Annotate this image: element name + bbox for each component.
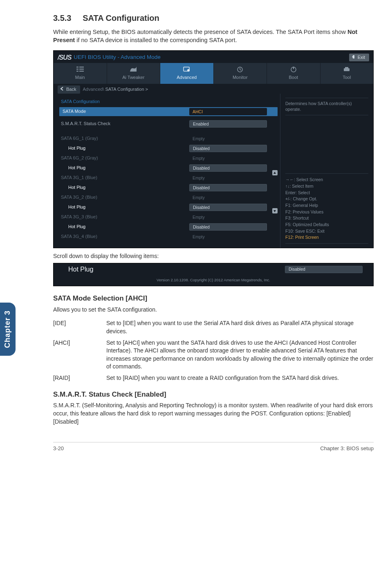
bios-row-value[interactable]: Enabled (189, 120, 267, 128)
bios-row-label: Hot Plug (59, 145, 189, 151)
tab-boot[interactable]: Boot (267, 63, 321, 84)
tab-label: Monitor (233, 74, 248, 81)
bios-row[interactable]: Hot PlugDisabled (59, 144, 272, 153)
tab-advanced[interactable]: Advanced (160, 63, 214, 84)
tab-label: Ai Tweaker (122, 74, 144, 81)
exit-button[interactable]: Exit (349, 54, 369, 61)
svg-point-8 (187, 69, 190, 72)
svg-rect-1 (76, 67, 78, 67)
bios-row: SATA 3G_4 (Blue)Empty (59, 232, 272, 241)
bios-row[interactable]: Hot PlugDisabled (59, 183, 272, 192)
bios-row[interactable]: Hot PlugDisabled (59, 164, 272, 173)
bios-row-value[interactable]: Disabled (189, 145, 267, 152)
hot-plug-row-extra[interactable]: Hot Plug Disabled (59, 265, 368, 274)
bios-row-value: Empty (189, 155, 267, 162)
sata-mode-label: SATA Mode (61, 108, 189, 114)
chapter-side-tab: Chapter 3 (0, 303, 16, 356)
bios-row[interactable]: Hot PlugDisabled (59, 222, 272, 231)
svg-rect-5 (79, 69, 84, 70)
svg-rect-4 (79, 67, 84, 67)
bios-row-value: Empty (189, 214, 267, 220)
tab-ai-tweaker[interactable]: Ai Tweaker (107, 63, 161, 84)
hot-plug-value-extra[interactable]: Disabled (285, 266, 363, 273)
breadcrumb-row: Back Advanced\ SATA Configuration > (54, 84, 373, 93)
bios-brand: /SUS UEFI BIOS Utility - Advanced Mode (58, 53, 161, 62)
help-key-line: F5: Optimized Defaults (285, 222, 368, 228)
tab-monitor[interactable]: Monitor (214, 63, 267, 84)
bios-row-value[interactable]: Disabled (189, 164, 267, 172)
help-key-line: Enter: Select (285, 190, 368, 196)
scrollbar[interactable] (272, 119, 278, 242)
bios-row-value[interactable]: Disabled (189, 184, 267, 191)
section-number: 3.5.3 (53, 13, 71, 22)
help-key-line: F2: Previous Values (285, 209, 368, 215)
svg-rect-6 (79, 71, 84, 72)
bios-row-label: S.M.A.R.T. Status Check (59, 121, 189, 127)
bios-body: SATA Configuration SATA Mode AHCI S.M.A.… (54, 94, 373, 248)
tab-icon (343, 65, 351, 73)
bios-row-label: Hot Plug (59, 204, 189, 210)
sata-mode-heading: SATA Mode Selection [AHCI] (53, 294, 374, 303)
breadcrumb-prefix: Advanced\ (83, 87, 105, 92)
scroll-up-icon[interactable] (272, 170, 278, 175)
bios-tabs: MainAi TweakerAdvancedMonitorBootTool (54, 63, 373, 84)
bios-row-label: SATA 3G_1 (Blue) (59, 175, 189, 181)
bios-row[interactable]: S.M.A.R.T. Status CheckEnabled (59, 119, 272, 128)
option-row: [AHCI]Set to [AHCI] when you want the SA… (53, 337, 374, 373)
bios-version-line: Version 2.10.1208. Copyright (C) 2012 Am… (59, 276, 368, 283)
bios-left-pane: SATA Configuration SATA Mode AHCI S.M.A.… (54, 94, 280, 248)
bios-row-value[interactable]: Disabled (189, 223, 267, 231)
sata-mode-row[interactable]: SATA Mode AHCI (59, 107, 278, 116)
asus-logo: /SUS (58, 53, 71, 62)
footer-chapter: Chapter 3: BIOS setup (320, 445, 374, 452)
section-intro: While entering Setup, the BIOS automatic… (53, 28, 374, 45)
tab-tool[interactable]: Tool (321, 63, 374, 84)
svg-rect-12 (344, 68, 350, 71)
back-button[interactable]: Back (58, 85, 80, 93)
bios-row: SATA 6G_1 (Gray)Empty (59, 134, 272, 143)
bios-row-value[interactable]: Disabled (189, 204, 267, 211)
bios-row: SATA 6G_2 (Gray)Empty (59, 154, 272, 163)
option-key: [RAID] (53, 373, 106, 384)
smart-desc: S.M.A.R.T. (Self-Monitoring, Analysis an… (53, 402, 374, 426)
tab-label: Tool (343, 74, 351, 81)
bios-row-label: SATA 3G_4 (Blue) (59, 233, 189, 240)
section-heading: 3.5.3 SATA Configuration (53, 12, 374, 24)
svg-rect-11 (293, 67, 294, 69)
tab-icon (76, 65, 84, 73)
option-desc: Set to [IDE] when you want to use the Se… (106, 318, 374, 337)
bios-row-label: SATA 6G_1 (Gray) (59, 135, 189, 141)
section-title: SATA Configuration (83, 13, 159, 22)
bios-row: SATA 3G_2 (Blue)Empty (59, 193, 272, 202)
option-row: [IDE]Set to [IDE] when you want to use t… (53, 318, 374, 337)
sata-mode-desc: Allows you to set the SATA configuration… (53, 306, 374, 314)
tab-label: Advanced (177, 74, 197, 81)
bios-row[interactable]: Hot PlugDisabled (59, 203, 272, 212)
back-arrow-icon (60, 86, 64, 92)
bios-row-label: Hot Plug (59, 224, 189, 230)
tab-icon (183, 65, 191, 73)
bios-row: SATA 3G_3 (Blue)Empty (59, 213, 272, 222)
bios-panel: /SUS UEFI BIOS Utility - Advanced Mode E… (53, 50, 374, 249)
bios-panel-continued: Hot Plug Disabled Version 2.10.1208. Cop… (53, 263, 374, 286)
bios-titlebar: /SUS UEFI BIOS Utility - Advanced Mode E… (54, 51, 373, 63)
option-row: [RAID]Set to [RAID] when you want to cre… (53, 373, 374, 384)
bios-row: SATA 3G_1 (Blue)Empty (59, 173, 272, 182)
bios-row-value: Empty (189, 136, 267, 142)
tab-icon (236, 65, 244, 73)
smart-heading: S.M.A.R.T. Status Check [Enabled] (53, 390, 374, 399)
chapter-side-tab-label: Chapter 3 (2, 310, 13, 348)
tab-label: Boot (289, 74, 298, 81)
scroll-down-icon[interactable] (272, 208, 278, 213)
help-pane: Determines how SATA controller(s) operat… (280, 94, 373, 248)
tab-icon (289, 65, 298, 73)
exit-icon (352, 54, 356, 61)
bios-row-label: SATA 6G_2 (Gray) (59, 155, 189, 161)
bios-row-label: Hot Plug (59, 165, 189, 171)
bios-row-label: SATA 3G_2 (Blue) (59, 194, 189, 200)
tab-main[interactable]: Main (54, 63, 107, 84)
help-key-line: →←: Select Screen (285, 177, 368, 183)
footer-page-number: 3-20 (53, 445, 64, 452)
sata-mode-value[interactable]: AHCI (189, 108, 267, 115)
bios-row-value: Empty (189, 175, 267, 181)
